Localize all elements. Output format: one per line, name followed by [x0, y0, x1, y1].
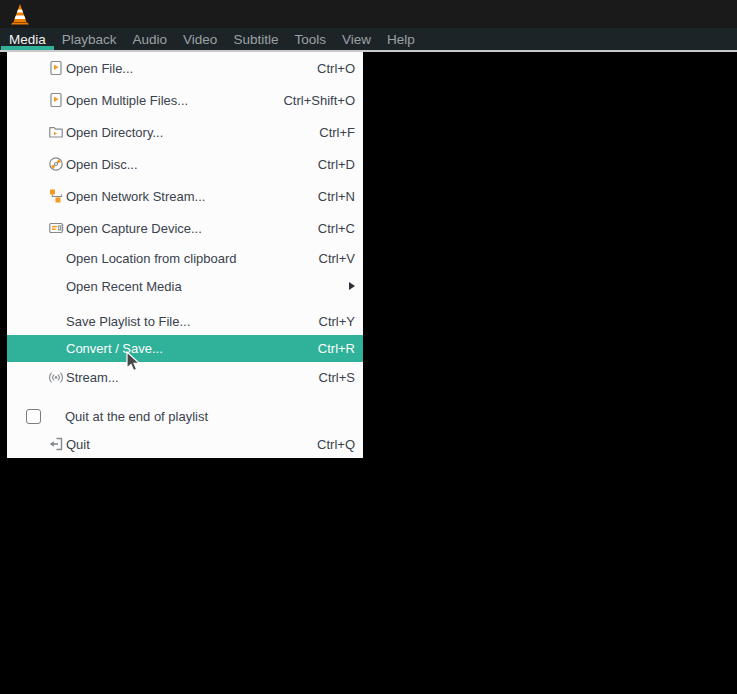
- menu-item-shortcut: Ctrl+Y: [319, 314, 355, 329]
- menu-item-convert-save[interactable]: Convert / Save... Ctrl+R: [7, 335, 363, 362]
- menu-bar: Media Playback Audio Video Subtitle Tool…: [0, 28, 737, 50]
- menubar-item-tools[interactable]: Tools: [286, 28, 334, 50]
- menu-item-label: Open Location from clipboard: [66, 251, 237, 266]
- network-icon: [48, 188, 64, 204]
- menu-separator: [7, 392, 363, 402]
- menu-item-save-playlist-to-file[interactable]: Save Playlist to File... Ctrl+Y: [7, 308, 363, 335]
- empty-icon-spacer: [48, 314, 64, 330]
- submenu-arrow-icon: [349, 282, 355, 290]
- menu-item-open-disc[interactable]: Open Disc... Ctrl+D: [7, 148, 363, 180]
- menu-item-shortcut: Ctrl+C: [318, 221, 355, 236]
- menu-item-label: Open Directory...: [66, 125, 163, 140]
- menu-item-label: Convert / Save...: [66, 341, 163, 356]
- checkbox-unchecked[interactable]: [26, 409, 41, 424]
- menu-item-label: Open Disc...: [66, 157, 138, 172]
- menu-item-shortcut: Ctrl+R: [318, 341, 355, 356]
- menu-item-stream[interactable]: Stream... Ctrl+S: [7, 362, 363, 392]
- menu-item-shortcut: Ctrl+O: [317, 61, 355, 76]
- menubar-item-help[interactable]: Help: [379, 28, 423, 50]
- capture-card-icon: [48, 220, 64, 236]
- menubar-label: Tools: [294, 32, 326, 47]
- menu-item-shortcut: Ctrl+N: [318, 189, 355, 204]
- menubar-label: Help: [387, 32, 415, 47]
- menu-item-open-capture-device[interactable]: Open Capture Device... Ctrl+C: [7, 212, 363, 244]
- menu-item-label: Save Playlist to File...: [66, 314, 190, 329]
- empty-icon-spacer: [48, 341, 64, 357]
- menubar-item-playback[interactable]: Playback: [54, 28, 125, 50]
- title-bar: [0, 0, 737, 28]
- menu-item-shortcut: Ctrl+Shift+O: [283, 93, 355, 108]
- menu-item-label: Quit: [66, 437, 90, 452]
- menubar-item-view[interactable]: View: [334, 28, 379, 50]
- menubar-label: Subtitle: [233, 32, 278, 47]
- menu-item-label: Open Multiple Files...: [66, 93, 188, 108]
- menu-item-label: Stream...: [66, 370, 119, 385]
- menu-item-label: Quit at the end of playlist: [65, 409, 208, 424]
- menubar-item-media[interactable]: Media: [1, 28, 54, 50]
- menubar-label: Media: [9, 32, 46, 47]
- menubar-item-subtitle[interactable]: Subtitle: [225, 28, 286, 50]
- menu-item-open-location-from-clipboard[interactable]: Open Location from clipboard Ctrl+V: [7, 244, 363, 272]
- menubar-label: Audio: [133, 32, 168, 47]
- menu-item-label: Open Capture Device...: [66, 221, 202, 236]
- quit-icon: [48, 436, 64, 452]
- menu-separator: [7, 300, 363, 308]
- menu-item-open-recent-media[interactable]: Open Recent Media: [7, 272, 363, 300]
- file-play-icon: [48, 92, 64, 108]
- menu-item-label: Open Network Stream...: [66, 189, 205, 204]
- menubar-label: Video: [183, 32, 217, 47]
- menu-item-open-file[interactable]: Open File... Ctrl+O: [7, 52, 363, 84]
- menu-item-open-multiple-files[interactable]: Open Multiple Files... Ctrl+Shift+O: [7, 84, 363, 116]
- vlc-cone-icon: [8, 2, 32, 26]
- folder-icon: [48, 124, 64, 140]
- menu-item-label: Open File...: [66, 61, 133, 76]
- menubar-item-video[interactable]: Video: [175, 28, 225, 50]
- menubar-label: Playback: [62, 32, 117, 47]
- menu-item-label: Open Recent Media: [66, 279, 182, 294]
- menu-item-shortcut: Ctrl+F: [319, 125, 355, 140]
- menu-item-shortcut: Ctrl+S: [319, 370, 355, 385]
- menubar-item-audio[interactable]: Audio: [125, 28, 176, 50]
- menu-item-open-network-stream[interactable]: Open Network Stream... Ctrl+N: [7, 180, 363, 212]
- disc-icon: [48, 156, 64, 172]
- menu-item-shortcut: Ctrl+D: [318, 157, 355, 172]
- media-dropdown-menu: Open File... Ctrl+O Open Multiple Files.…: [7, 52, 363, 458]
- menu-item-open-directory[interactable]: Open Directory... Ctrl+F: [7, 116, 363, 148]
- menu-item-quit-at-end-of-playlist[interactable]: Quit at the end of playlist: [7, 402, 363, 430]
- file-play-icon: [48, 60, 64, 76]
- menu-item-shortcut: Ctrl+Q: [317, 437, 355, 452]
- menubar-label: View: [342, 32, 371, 47]
- menu-item-shortcut: Ctrl+V: [319, 251, 355, 266]
- empty-icon-spacer: [48, 278, 64, 294]
- menu-item-quit[interactable]: Quit Ctrl+Q: [7, 430, 363, 458]
- empty-icon-spacer: [48, 250, 64, 266]
- broadcast-icon: [48, 369, 64, 385]
